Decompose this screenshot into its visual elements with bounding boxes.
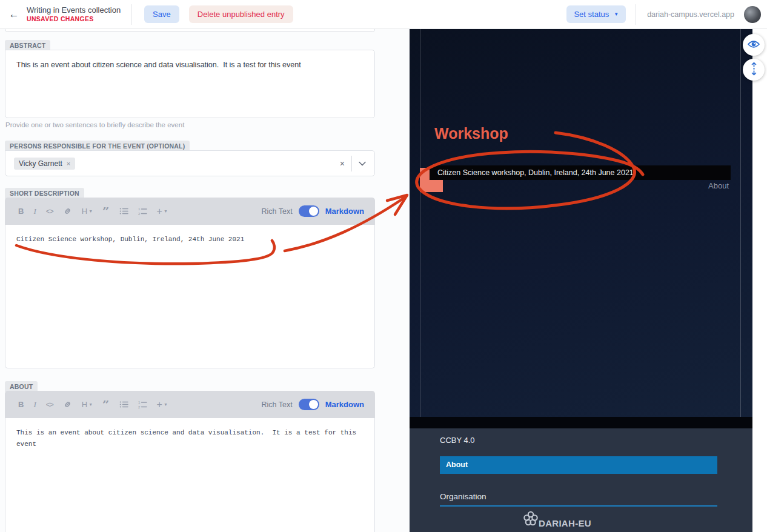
scroll-sync-button[interactable] [743, 59, 765, 81]
preview-footer: CCBY 4.0 About Organisation DARIAH-EU [410, 428, 752, 532]
preview-eye-button[interactable] [743, 34, 765, 56]
markdown-label: Markdown [325, 207, 364, 216]
header-divider [131, 4, 132, 25]
italic-icon[interactable]: I [33, 207, 36, 215]
avatar[interactable] [744, 6, 761, 23]
svg-text:1: 1 [138, 207, 141, 211]
preview-hero: Workshop Citizen Science workshop, Dubli… [410, 29, 752, 417]
persons-combobox[interactable]: Vicky Garnett × × [5, 150, 375, 176]
chevron-down-icon[interactable] [359, 161, 366, 166]
bullet-list-icon[interactable] [119, 401, 128, 408]
eye-icon [748, 40, 760, 50]
code-icon[interactable]: <> [46, 208, 53, 215]
person-tag: Vicky Garnett × [14, 158, 75, 170]
markdown-toggle[interactable] [299, 399, 319, 410]
rich-text-label: Rich Text [262, 207, 293, 216]
back-button[interactable]: ← [5, 5, 23, 24]
organisation-label: Organisation [440, 492, 486, 501]
bullet-list-icon[interactable] [119, 207, 128, 215]
markdown-toggle[interactable] [299, 205, 319, 217]
organisation-underline [440, 505, 717, 507]
remove-tag-icon[interactable]: × [67, 160, 70, 167]
hero-about-link[interactable]: About [708, 181, 729, 190]
previous-field-cutoff [5, 29, 375, 32]
event-category-heading: Workshop [434, 125, 508, 142]
header-divider [636, 4, 636, 25]
add-block-icon[interactable]: +▼ [157, 400, 168, 410]
title-block: Writing in Events collection UNSAVED CHA… [27, 5, 121, 23]
bold-icon[interactable]: B [18, 207, 24, 215]
footer-about-tab[interactable]: About [440, 456, 717, 474]
unsaved-changes-badge: UNSAVED CHANGES [27, 15, 121, 23]
dariah-flower-icon [523, 511, 538, 528]
ordered-list-icon[interactable]: 12 [138, 207, 147, 215]
short-description-editor[interactable]: Citizen Science workshop, Dublin, Irelan… [5, 225, 375, 368]
about-editor[interactable]: This is an event about citizen science a… [5, 418, 375, 532]
short-description-toolbar: B I <> H▼ ” 12 +▼ Rich Text Markdown [5, 198, 375, 225]
chevron-down-icon: ▼ [614, 12, 619, 17]
heading-icon[interactable]: H▼ [82, 401, 93, 408]
save-button[interactable]: Save [144, 5, 179, 23]
page-title: Writing in Events collection [27, 5, 121, 15]
top-toolbar: ← Writing in Events collection UNSAVED C… [0, 0, 767, 29]
license-label: CCBY 4.0 [440, 436, 475, 445]
delete-button[interactable]: Delete unpublished entry [189, 5, 293, 23]
hero-bottom-strip [410, 417, 752, 428]
code-icon[interactable]: <> [46, 401, 53, 408]
mode-switch: Rich Text Markdown [262, 399, 364, 410]
link-icon[interactable] [63, 400, 72, 409]
set-status-label: Set status [574, 10, 609, 19]
ordered-list-icon[interactable]: 12 [138, 401, 147, 408]
italic-icon[interactable]: I [33, 401, 36, 408]
dariah-logo-text: DARIAH-EU [539, 518, 591, 528]
rich-text-label: Rich Text [262, 401, 293, 409]
svg-text:2: 2 [138, 212, 141, 216]
hero-left-rule [420, 29, 420, 417]
site-preview-pane: Workshop Citizen Science workshop, Dubli… [410, 29, 752, 532]
editor-pane: ABSTRACT This is an event about citizen … [0, 29, 410, 532]
abstract-help-text: Provide one or two sentences to briefly … [5, 121, 184, 128]
mode-switch: Rich Text Markdown [262, 205, 364, 217]
svg-text:2: 2 [138, 405, 141, 409]
bold-icon[interactable]: B [18, 401, 24, 408]
clear-icon[interactable]: × [340, 159, 345, 168]
add-block-icon[interactable]: +▼ [157, 207, 168, 216]
svg-text:1: 1 [138, 401, 141, 404]
person-tag-name: Vicky Garnett [19, 159, 62, 168]
persons-controls: × [340, 156, 366, 171]
control-divider [351, 156, 352, 171]
dariah-logo: DARIAH-EU [523, 511, 591, 528]
set-status-button[interactable]: Set status ▼ [566, 5, 626, 23]
toggle-knob [309, 207, 318, 216]
quote-icon[interactable]: ” [102, 207, 110, 216]
heading-icon[interactable]: H▼ [82, 207, 93, 215]
abstract-textarea[interactable]: This is an event about citizen science a… [5, 50, 375, 118]
event-highlight-bar: Citizen Science workshop, Dublin, Irelan… [430, 165, 731, 180]
deployment-domain: dariah-campus.vercel.app [647, 10, 734, 19]
up-down-arrows-icon [750, 62, 758, 78]
link-icon[interactable] [63, 207, 72, 216]
hero-right-rule [740, 29, 741, 417]
quote-icon[interactable]: ” [102, 401, 110, 409]
about-toolbar: B I <> H▼ ” 12 +▼ Rich Text Markdown [5, 391, 375, 418]
markdown-label: Markdown [325, 400, 364, 409]
toggle-knob [309, 400, 318, 409]
